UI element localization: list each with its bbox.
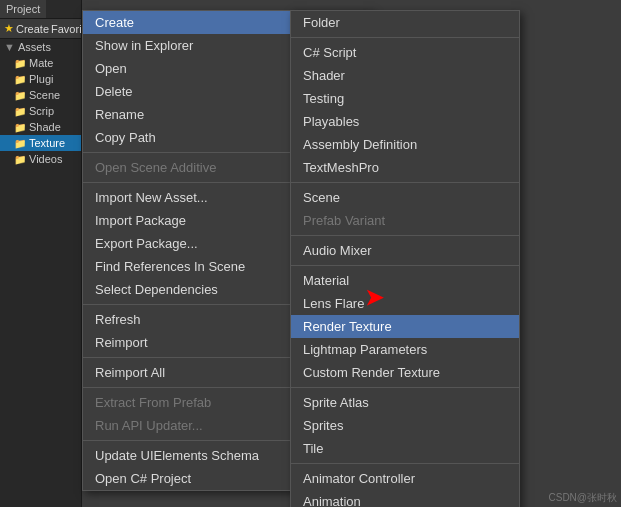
- folder-icon: 📁: [14, 106, 26, 117]
- tree-label: Plugi: [29, 73, 53, 85]
- submenu-item-render-texture[interactable]: Render Texture: [291, 315, 519, 338]
- submenu-item-label: Playables: [303, 114, 359, 129]
- tree-item-videos[interactable]: 📁Videos: [0, 151, 81, 167]
- tree-label: Assets: [18, 41, 51, 53]
- tree-item-shade[interactable]: 📁Shade: [0, 119, 81, 135]
- menu-item-label: Select Dependencies: [95, 282, 218, 297]
- submenu-item-animator-controller[interactable]: Animator Controller: [291, 467, 519, 490]
- tree-label: Scrip: [29, 105, 54, 117]
- menu-item-label: Run API Updater...: [95, 418, 203, 433]
- tree-item-assets[interactable]: ▼Assets: [0, 39, 81, 55]
- submenu-item-label: Shader: [303, 68, 345, 83]
- star-icon: ★: [4, 22, 14, 35]
- submenu-item-label: Testing: [303, 91, 344, 106]
- submenu-item-label: Custom Render Texture: [303, 365, 440, 380]
- menu-item-label: Delete: [95, 84, 133, 99]
- menu-item-label: Import New Asset...: [95, 190, 208, 205]
- submenu-item-material[interactable]: Material: [291, 269, 519, 292]
- submenu-item-label: C# Script: [303, 45, 356, 60]
- tree-item-scrip[interactable]: 📁Scrip: [0, 103, 81, 119]
- folder-icon: 📁: [14, 74, 26, 85]
- folder-icon: 📁: [14, 138, 26, 149]
- submenu-item-folder[interactable]: Folder: [291, 11, 519, 34]
- submenu-item-playables[interactable]: Playables: [291, 110, 519, 133]
- menu-item-label: Extract From Prefab: [95, 395, 211, 410]
- tree-item-texture[interactable]: 📁Texture: [0, 135, 81, 151]
- menu-item-label: Import Package: [95, 213, 186, 228]
- submenu-item-textmeshpro[interactable]: TextMeshPro: [291, 156, 519, 179]
- submenu-item-label: Animator Controller: [303, 471, 415, 486]
- submenu-item-label: Render Texture: [303, 319, 392, 334]
- folder-icon: 📁: [14, 154, 26, 165]
- folder-icon: 📁: [14, 58, 26, 69]
- menu-item-label: Show in Explorer: [95, 38, 193, 53]
- submenu-item-scene[interactable]: Scene: [291, 186, 519, 209]
- tree-item-mate[interactable]: 📁Mate: [0, 55, 81, 71]
- submenu-item-label: Assembly Definition: [303, 137, 417, 152]
- watermark: CSDN@张时秋: [549, 491, 618, 505]
- favori-label: Favori: [51, 23, 82, 35]
- submenu-item-label: Lens Flare: [303, 296, 364, 311]
- submenu-separator: [291, 387, 519, 388]
- tree-label: Texture: [29, 137, 65, 149]
- submenu-separator: [291, 265, 519, 266]
- submenu-separator: [291, 235, 519, 236]
- menu-item-label: Reimport All: [95, 365, 165, 380]
- folder-icon: 📁: [14, 90, 26, 101]
- submenu-item-label: Folder: [303, 15, 340, 30]
- menu-item-label: Refresh: [95, 312, 141, 327]
- menu-item-label: Reimport: [95, 335, 148, 350]
- tree-item-scene[interactable]: 📁Scene: [0, 87, 81, 103]
- submenu-item-custom-render-texture[interactable]: Custom Render Texture: [291, 361, 519, 384]
- submenu-item-label: Material: [303, 273, 349, 288]
- menu-item-label: Open Scene Additive: [95, 160, 216, 175]
- tree-label: Shade: [29, 121, 61, 133]
- project-tree: ▼Assets📁Mate📁Plugi📁Scene📁Scrip📁Shade📁Tex…: [0, 39, 81, 167]
- menu-item-label: Copy Path: [95, 130, 156, 145]
- project-tab[interactable]: Project: [0, 0, 46, 18]
- submenu-item-label: Animation: [303, 494, 361, 507]
- submenu-item-sprites[interactable]: Sprites: [291, 414, 519, 437]
- submenu-item-label: Tile: [303, 441, 323, 456]
- folder-icon: 📁: [14, 122, 26, 133]
- create-label[interactable]: Create: [16, 23, 49, 35]
- tree-label: Mate: [29, 57, 53, 69]
- create-submenu: FolderC# ScriptShaderTestingPlayablesAss…: [290, 10, 520, 507]
- submenu-item-label: Lightmap Parameters: [303, 342, 427, 357]
- submenu-item-sprite-atlas[interactable]: Sprite Atlas: [291, 391, 519, 414]
- submenu-item-assembly-definition[interactable]: Assembly Definition: [291, 133, 519, 156]
- menu-item-label: Update UIElements Schema: [95, 448, 259, 463]
- submenu-separator: [291, 37, 519, 38]
- tree-label: Videos: [29, 153, 62, 165]
- menu-item-label: Rename: [95, 107, 144, 122]
- submenu-item-animation[interactable]: Animation: [291, 490, 519, 507]
- tree-item-plugi[interactable]: 📁Plugi: [0, 71, 81, 87]
- folder-icon: ▼: [4, 41, 15, 53]
- submenu-item-prefab-variant: Prefab Variant: [291, 209, 519, 232]
- submenu-item-c#-script[interactable]: C# Script: [291, 41, 519, 64]
- left-panel: Project ★ Create Favori ▼Assets📁Mate📁Plu…: [0, 0, 82, 507]
- submenu-item-testing[interactable]: Testing: [291, 87, 519, 110]
- submenu-separator: [291, 182, 519, 183]
- submenu-item-shader[interactable]: Shader: [291, 64, 519, 87]
- submenu-item-label: TextMeshPro: [303, 160, 379, 175]
- submenu-item-label: Sprites: [303, 418, 343, 433]
- submenu-item-label: Sprite Atlas: [303, 395, 369, 410]
- menu-item-label: Open: [95, 61, 127, 76]
- submenu-item-lightmap-parameters[interactable]: Lightmap Parameters: [291, 338, 519, 361]
- menu-item-label: Find References In Scene: [95, 259, 245, 274]
- menu-item-label: Open C# Project: [95, 471, 191, 486]
- menu-item-label: Export Package...: [95, 236, 198, 251]
- submenu-separator: [291, 463, 519, 464]
- submenu-item-tile[interactable]: Tile: [291, 437, 519, 460]
- tree-label: Scene: [29, 89, 60, 101]
- menu-item-label: Create: [95, 15, 134, 30]
- submenu-item-lens-flare[interactable]: Lens Flare: [291, 292, 519, 315]
- submenu-item-audio-mixer[interactable]: Audio Mixer: [291, 239, 519, 262]
- submenu-item-label: Audio Mixer: [303, 243, 372, 258]
- submenu-item-label: Prefab Variant: [303, 213, 385, 228]
- submenu-item-label: Scene: [303, 190, 340, 205]
